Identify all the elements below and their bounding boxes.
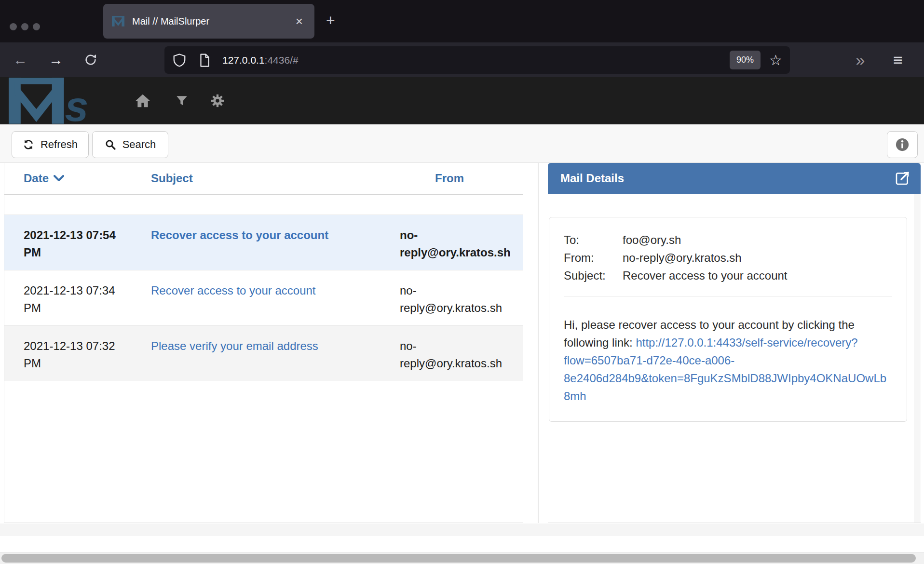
column-header-from: From (400, 172, 513, 185)
card-divider (564, 296, 892, 296)
mail-subject-link[interactable]: Recover access to your account (151, 284, 316, 297)
mail-from: no-reply@ory.kratos.sh (400, 282, 513, 317)
date-header-label: Date (24, 172, 49, 185)
refresh-icon (23, 139, 34, 150)
gear-icon[interactable] (206, 90, 229, 112)
tab-close-icon[interactable]: × (293, 14, 306, 28)
mail-date: 2021-12-13 07:32 PM (24, 337, 129, 372)
window-dot[interactable] (21, 23, 28, 30)
search-icon (105, 139, 116, 150)
info-button[interactable] (887, 131, 918, 158)
subject-label: Subject: (564, 267, 623, 284)
mail-row[interactable]: 2021-12-13 07:34 PM Recover access to yo… (4, 270, 523, 325)
mail-body: Hi, please recover access to your accoun… (564, 316, 892, 405)
browser-tab-strip: Mail // MailSlurper × + (0, 0, 924, 42)
horizontal-scrollbar-thumb[interactable] (1, 554, 916, 563)
reload-icon[interactable] (79, 42, 102, 77)
sort-chevron-down-icon (54, 175, 64, 182)
mail-details-title: Mail Details (560, 172, 624, 185)
browser-navbar: ← → 127.0.0.1 :4436/# 90% ☆ » ≡ (0, 42, 924, 77)
back-icon[interactable]: ← (9, 42, 32, 77)
url-path: :4436/# (265, 54, 299, 66)
mail-date: 2021-12-13 07:34 PM (24, 282, 129, 317)
mail-from: no-reply@ory.kratos.sh (400, 337, 513, 372)
new-tab-icon[interactable]: + (326, 13, 335, 28)
field-row-to: To: foo@ory.sh (564, 231, 892, 249)
mail-details-card: To: foo@ory.sh From: no-reply@ory.kratos… (549, 217, 907, 422)
bookmark-star-icon[interactable]: ☆ (769, 53, 782, 67)
bottom-strip (0, 524, 924, 536)
panel-divider (538, 163, 539, 523)
bottom-strip (0, 536, 924, 552)
column-header-subject: Subject (151, 172, 378, 185)
from-value: no-reply@ory.kratos.sh (623, 249, 892, 267)
subject-value: Recover access to your account (623, 267, 892, 284)
column-header-date[interactable]: Date (24, 172, 129, 185)
mailslurper-logo: s (9, 78, 110, 124)
window-dot[interactable] (10, 23, 17, 30)
search-label: Search (122, 138, 156, 151)
mail-subject-link[interactable]: Recover access to your account (151, 228, 328, 242)
mailslurper-favicon (112, 15, 124, 27)
hamburger-menu-icon[interactable]: ≡ (886, 42, 910, 77)
mail-details-header: Mail Details (548, 163, 921, 194)
field-row-subject: Subject: Recover access to your account (564, 267, 892, 284)
info-icon (895, 137, 910, 152)
email-list-header: Date Subject From (4, 163, 523, 195)
url-host: 127.0.0.1 (222, 54, 265, 66)
details-scrollbar-track[interactable] (914, 194, 920, 523)
window-controls[interactable] (10, 23, 40, 30)
mail-from: no-reply@ory.kratos.sh (400, 227, 513, 261)
refresh-button[interactable]: Refresh (12, 131, 89, 158)
refresh-label: Refresh (41, 138, 78, 151)
url-bar[interactable]: 127.0.0.1 :4436/# 90% ☆ (164, 46, 790, 74)
action-toolbar: Refresh Search (0, 124, 924, 163)
mail-row[interactable]: 2021-12-13 07:54 PM Recover access to yo… (4, 215, 523, 270)
subject-header-label: Subject (151, 172, 193, 185)
mail-subject-link[interactable]: Please verify your email address (151, 339, 318, 352)
svg-text:s: s (65, 83, 88, 124)
to-label: To: (564, 231, 623, 249)
forward-icon[interactable]: → (44, 42, 68, 77)
open-external-icon[interactable] (895, 171, 910, 186)
browser-tab[interactable]: Mail // MailSlurper × (103, 4, 314, 39)
mail-date: 2021-12-13 07:54 PM (24, 227, 129, 261)
page-info-icon[interactable] (197, 53, 212, 67)
overflow-chevrons-icon[interactable]: » (849, 42, 872, 77)
field-row-from: From: no-reply@ory.kratos.sh (564, 249, 892, 267)
list-gap (4, 195, 523, 215)
from-header-label: From (435, 172, 464, 185)
window-dot[interactable] (33, 23, 40, 30)
email-list-panel: Date Subject From 2021-12-13 07:54 PM Re… (4, 163, 523, 523)
mail-details-panel: Mail Details To: foo@ory.sh From: no-rep… (548, 163, 921, 523)
app-header: s (0, 77, 924, 124)
from-label: From: (564, 249, 623, 267)
to-value: foo@ory.sh (623, 231, 892, 249)
shield-icon[interactable] (172, 53, 187, 67)
search-button[interactable]: Search (92, 131, 168, 158)
filter-icon[interactable] (171, 90, 193, 112)
home-icon[interactable] (132, 90, 154, 112)
zoom-level-badge[interactable]: 90% (730, 51, 761, 69)
mail-row[interactable]: 2021-12-13 07:32 PM Please verify your e… (4, 325, 523, 381)
tab-title: Mail // MailSlurper (132, 16, 293, 27)
